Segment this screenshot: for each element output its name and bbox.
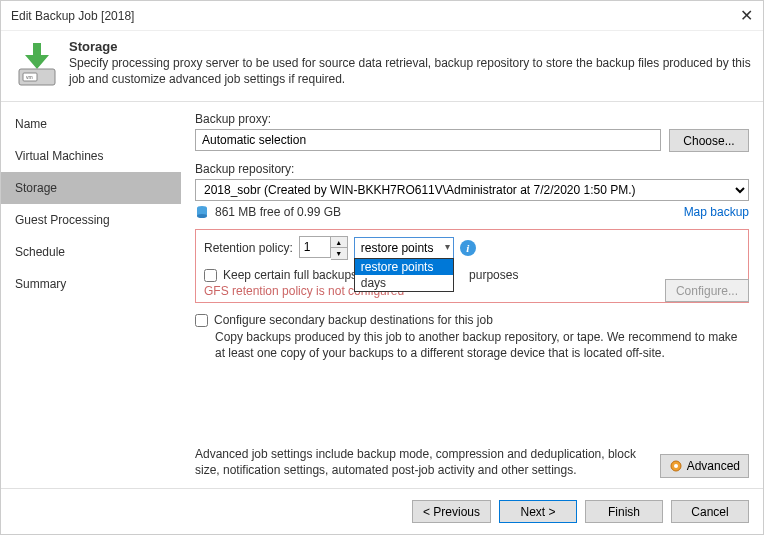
sidebar-item-virtual-machines[interactable]: Virtual Machines xyxy=(1,140,181,172)
header-title: Storage xyxy=(69,39,751,54)
sidebar-item-storage[interactable]: Storage xyxy=(1,172,181,204)
gear-icon xyxy=(669,459,683,473)
svg-text:vm: vm xyxy=(26,74,33,80)
window-title: Edit Backup Job [2018] xyxy=(11,9,134,23)
svg-point-7 xyxy=(674,464,678,468)
retention-value-input[interactable] xyxy=(299,236,331,258)
sidebar-item-summary[interactable]: Summary xyxy=(1,268,181,300)
secondary-destinations-desc: Copy backups produced by this job to ano… xyxy=(215,329,749,361)
svg-point-5 xyxy=(197,214,207,218)
sidebar-item-schedule[interactable]: Schedule xyxy=(1,236,181,268)
body: Name Virtual Machines Storage Guest Proc… xyxy=(1,102,763,488)
configure-gfs-button: Configure... xyxy=(665,279,749,302)
titlebar: Edit Backup Job [2018] ✕ xyxy=(1,1,763,31)
footer: < Previous Next > Finish Cancel xyxy=(1,488,763,534)
sidebar-item-name[interactable]: Name xyxy=(1,108,181,140)
previous-button[interactable]: < Previous xyxy=(412,500,491,523)
header: vm Storage Specify processing proxy serv… xyxy=(1,31,763,102)
backup-repo-label: Backup repository: xyxy=(195,162,749,176)
advanced-settings-text: Advanced job settings include backup mod… xyxy=(195,446,650,478)
edit-backup-job-window: Edit Backup Job [2018] ✕ vm Storage Spec… xyxy=(0,0,764,535)
choose-proxy-button[interactable]: Choose... xyxy=(669,129,749,152)
content: Backup proxy: Choose... Backup repositor… xyxy=(181,102,763,488)
cancel-button[interactable]: Cancel xyxy=(671,500,749,523)
backup-proxy-label: Backup proxy: xyxy=(195,112,749,126)
retention-option-days[interactable]: days xyxy=(355,275,453,291)
retention-label: Retention policy: xyxy=(204,241,293,255)
sidebar-item-guest-processing[interactable]: Guest Processing xyxy=(1,204,181,236)
info-icon[interactable]: i xyxy=(460,240,476,256)
gfs-warning-text: GFS retention policy is not configured xyxy=(204,284,740,298)
retention-spinner[interactable]: ▲ ▼ xyxy=(299,236,348,260)
retention-unit-combo[interactable] xyxy=(354,237,454,259)
free-space-text: 861 MB free of 0.99 GB xyxy=(215,205,341,219)
close-icon[interactable]: ✕ xyxy=(740,6,753,25)
retention-down-button[interactable]: ▼ xyxy=(331,248,347,259)
sidebar: Name Virtual Machines Storage Guest Proc… xyxy=(1,102,181,488)
secondary-destinations-label: Configure secondary backup destinations … xyxy=(214,313,493,327)
disk-icon xyxy=(195,205,209,219)
keep-full-backups-label-a: Keep certain full backups xyxy=(223,268,357,282)
secondary-destinations-checkbox[interactable] xyxy=(195,314,208,327)
header-text: Storage Specify processing proxy server … xyxy=(69,39,751,89)
map-backup-link[interactable]: Map backup xyxy=(684,205,749,219)
header-desc: Specify processing proxy server to be us… xyxy=(69,56,751,87)
retention-unit-dropdown: restore points days xyxy=(354,258,454,292)
storage-icon: vm xyxy=(13,41,61,89)
retention-up-button[interactable]: ▲ xyxy=(331,237,347,248)
keep-full-backups-label-b: purposes xyxy=(469,268,518,282)
backup-repo-select[interactable]: 2018_sobr (Created by WIN-BKKH7RO611V\Ad… xyxy=(195,179,749,201)
next-button[interactable]: Next > xyxy=(499,500,577,523)
retention-option-restore-points[interactable]: restore points xyxy=(355,259,453,275)
backup-proxy-input[interactable] xyxy=(195,129,661,151)
advanced-button[interactable]: Advanced xyxy=(660,454,749,478)
keep-full-backups-checkbox[interactable] xyxy=(204,269,217,282)
finish-button[interactable]: Finish xyxy=(585,500,663,523)
